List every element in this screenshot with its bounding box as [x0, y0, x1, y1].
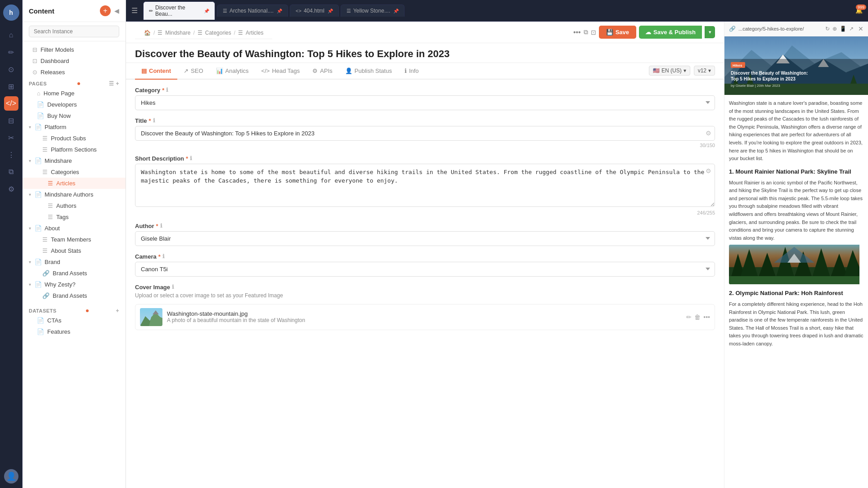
sidebar-item-why-brand-assets[interactable]: 🔗 Brand Assets	[22, 290, 126, 301]
preview-link-icon[interactable]: 🔗	[729, 26, 736, 32]
nav-home-icon[interactable]: ⌂	[4, 28, 18, 42]
preview-refresh-icon[interactable]: ↻	[825, 26, 830, 32]
tab1-pin[interactable]: 📌	[204, 9, 209, 13]
sidebar-item-product-subs[interactable]: ☰ Product Subs	[22, 133, 126, 144]
camera-select[interactable]: Canon T5i Nikon D3500	[135, 262, 715, 277]
save-publish-caret-button[interactable]: ▾	[705, 26, 715, 38]
sidebar-item-brand-assets[interactable]: 🔗 Brand Assets	[22, 268, 126, 279]
short-desc-settings-icon[interactable]: ⚙	[706, 167, 711, 175]
nav-puzzle-icon[interactable]: ⧉	[4, 165, 18, 179]
cover-image-info-icon[interactable]: ℹ	[172, 284, 174, 290]
more-options-button[interactable]: •••	[573, 28, 581, 36]
breadcrumb-articles[interactable]: Articles	[246, 30, 263, 36]
breadcrumb-categories[interactable]: Categories	[205, 30, 231, 36]
tab-head-tags[interactable]: </> Head Tags	[255, 63, 306, 80]
sidebar-item-mindshare-authors[interactable]: ▾ 📄 Mindshare Authors	[22, 189, 126, 200]
cover-image-info: Washington-state-mountain.jpg A photo of…	[167, 310, 682, 323]
preview-panel: 🔗 ...category/5-hikes-to-explore/ ↻ ⊕ 📱 …	[724, 22, 868, 488]
hamburger-icon[interactable]: ☰	[131, 6, 138, 15]
sidebar-item-platform-sections[interactable]: ☰ Platform Sections	[22, 144, 126, 155]
tab-discover[interactable]: ✏ Discover the Beau... 📌	[143, 1, 215, 20]
cover-image-more-button[interactable]: •••	[703, 313, 710, 321]
sidebar-item-about-stats[interactable]: ☰ About Stats	[22, 245, 126, 256]
preview-close-button[interactable]: ✕	[858, 25, 864, 32]
tab-info[interactable]: ℹ Info	[398, 63, 425, 80]
camera-info-icon[interactable]: ℹ	[162, 253, 165, 260]
preview-mobile-icon[interactable]: 📱	[840, 26, 846, 32]
version-select[interactable]: v12 ▾	[694, 66, 715, 76]
nav-chart-icon[interactable]: ⋮	[4, 148, 18, 162]
preview-zoom-icon[interactable]: ⊕	[832, 26, 837, 32]
filter-models-item[interactable]: ⊟ Filter Models	[22, 44, 126, 55]
category-select[interactable]: Hikes Travel Adventure	[135, 95, 715, 110]
sidebar-item-articles[interactable]: ☰ Articles	[22, 178, 126, 189]
tab-content[interactable]: ▤ Content	[135, 63, 177, 80]
sidebar-item-tags[interactable]: ☰ Tags	[22, 211, 126, 223]
sidebar-item-categories[interactable]: ☰ Categories	[22, 166, 126, 178]
sidebar-item-home-page[interactable]: ⌂ Home Page	[22, 88, 126, 99]
save-button[interactable]: 💾 Save	[599, 26, 636, 39]
sidebar-expand-icon[interactable]: ◀	[114, 7, 119, 14]
sidebar-item-mindshare[interactable]: ▾ 📄 Mindshare	[22, 155, 126, 166]
tab-publish-status[interactable]: 👤 Publish Status	[339, 63, 398, 80]
lang-chevron: ▾	[684, 67, 686, 74]
tab-yellowstone[interactable]: ☰ Yellow Stone.... 📌	[341, 4, 405, 17]
sidebar-item-team-members[interactable]: ☰ Team Members	[22, 234, 126, 245]
svg-text:Discover the Beauty of Washing: Discover the Beauty of Washington:	[731, 71, 808, 76]
sidebar-item-ctas[interactable]: 📄 CTAs	[22, 315, 126, 326]
nav-crop-icon[interactable]: ✂	[4, 130, 18, 145]
author-info-icon[interactable]: ℹ	[160, 223, 162, 229]
datasets-add-icon[interactable]: +	[116, 308, 119, 314]
title-settings-icon[interactable]: ⚙	[706, 130, 711, 137]
sidebar-item-about[interactable]: ▾ 📄 About	[22, 223, 126, 234]
author-select[interactable]: Gisele Blair John Smith	[135, 231, 715, 246]
search-input[interactable]	[29, 26, 119, 37]
brand-assets-icon: 🔗	[42, 270, 49, 277]
nav-settings-icon[interactable]: ⚙	[4, 182, 18, 196]
sidebar-item-platform[interactable]: ▾ 📄 Platform	[22, 121, 126, 133]
tab2-pin[interactable]: 📌	[277, 9, 282, 13]
dashboard-item[interactable]: ⊡ Dashboard	[22, 55, 126, 67]
cover-image-edit-button[interactable]: ✏	[686, 313, 692, 321]
cover-image-delete-button[interactable]: 🗑	[694, 313, 701, 321]
tab-head-tags-label: Head Tags	[272, 67, 300, 74]
short-description-textarea[interactable]: Washington state is home to some of the …	[135, 164, 715, 207]
categories-label: Categories	[51, 169, 79, 175]
nav-media-icon[interactable]: ⊞	[4, 79, 18, 94]
nav-code-icon[interactable]: </>	[4, 96, 18, 111]
title-input[interactable]	[135, 126, 715, 141]
nav-user-avatar[interactable]: 👤	[4, 469, 18, 484]
tab3-pin[interactable]: 📌	[328, 9, 333, 13]
sidebar-item-buy-now[interactable]: 📄 Buy Now	[22, 110, 126, 121]
tab4-pin[interactable]: 📌	[393, 9, 399, 13]
nav-releases-icon[interactable]: ⊙	[4, 62, 18, 76]
sidebar-item-brand[interactable]: ▾ 📄 Brand	[22, 256, 126, 268]
tab-apis[interactable]: ⚙ APIs	[306, 63, 338, 80]
sidebar-item-features[interactable]: 📄 Features	[22, 326, 126, 337]
releases-item[interactable]: ⊙ Releases	[22, 67, 126, 78]
short-desc-info-icon[interactable]: ℹ	[190, 155, 192, 161]
category-info-icon[interactable]: ℹ	[166, 87, 168, 93]
pages-list-icon[interactable]: ☰	[109, 81, 114, 87]
preview-external-icon[interactable]: ↗	[849, 26, 854, 32]
about-icon: 📄	[35, 225, 42, 232]
copy-button[interactable]: ⧉	[584, 28, 588, 36]
nav-pencil-icon[interactable]: ✏	[4, 45, 18, 59]
breadcrumb-mindshare[interactable]: Mindshare	[165, 30, 190, 36]
add-content-button[interactable]: +	[100, 5, 111, 16]
tab-arches[interactable]: ☰ Arches National.... 📌	[217, 4, 288, 17]
tab-404[interactable]: <> 404.html 📌	[290, 4, 339, 17]
tab-analytics[interactable]: 📊 Analytics	[210, 63, 255, 80]
preview-button[interactable]: ⊡	[591, 29, 596, 36]
language-select[interactable]: 🇺🇸 EN (US) ▾	[649, 66, 690, 76]
pages-add-icon[interactable]: +	[116, 81, 119, 87]
sidebar-item-authors[interactable]: ☰ Authors	[22, 200, 126, 211]
tab-seo[interactable]: ↗ SEO	[177, 63, 209, 80]
cover-image-filename: Washington-state-mountain.jpg	[167, 310, 682, 317]
sidebar-item-developers[interactable]: 📄 Developers	[22, 99, 126, 110]
notification-button[interactable]: 🔔 999	[855, 7, 863, 14]
save-publish-button[interactable]: ☁ Save & Publish	[639, 26, 702, 39]
sidebar-item-why-zesty[interactable]: ▾ 📄 Why Zesty?	[22, 279, 126, 290]
nav-layers-icon[interactable]: ⊟	[4, 113, 18, 128]
title-info-icon[interactable]: ℹ	[153, 117, 155, 124]
